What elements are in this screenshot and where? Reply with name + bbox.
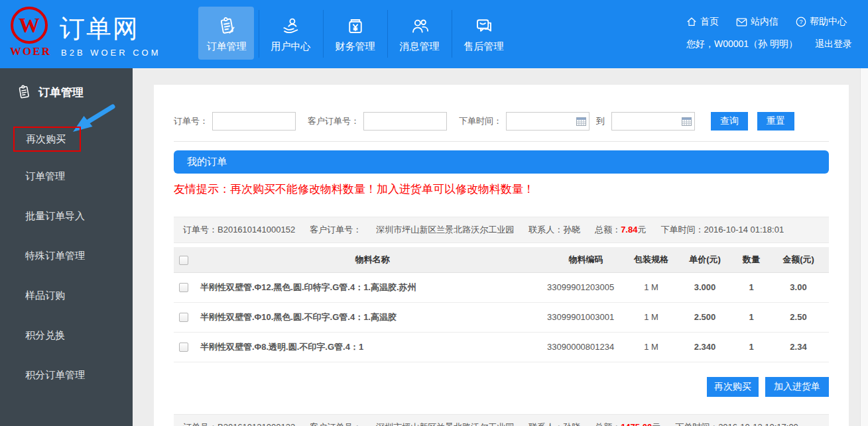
order-time-value: 2016-10-13 10:17:00 [718, 422, 798, 426]
unit-price: 2.500 [675, 302, 735, 332]
unit-price: 2.340 [675, 332, 735, 362]
nav-label: 售后管理 [464, 40, 504, 53]
order-management-icon [217, 16, 237, 36]
sidebar-item-buy-again[interactable]: 再次购买 [13, 127, 81, 152]
material-code: 33099901003001 [544, 302, 627, 332]
nav-finance-management[interactable]: 财务管理 [323, 0, 387, 68]
package-spec: 1 M [627, 332, 675, 362]
package-spec: 1 M [627, 272, 675, 302]
order-items-table: 物料名称 物料编码 包装规格 单价(元) 数量 金额(元) 半刚性双壁管.Φ12… [174, 247, 829, 362]
amount: 2.50 [768, 302, 829, 332]
calendar-icon[interactable] [682, 117, 692, 126]
site-mail-label: 站内信 [751, 16, 778, 28]
order-time-label: 下单时间： [660, 225, 704, 235]
mail-icon [736, 17, 747, 27]
nav-user-center[interactable]: 用户中心 [259, 0, 323, 68]
nav-label: 财务管理 [336, 40, 375, 53]
material-code: 33090000801234 [544, 332, 627, 362]
after-sales-icon [474, 16, 494, 36]
top-header: W WOER 订单网 B2B WOER COM 订单管理 [0, 0, 868, 68]
sidebar-item-batch-order-import[interactable]: 批量订单导入 [0, 196, 133, 236]
order-time-value: 2016-10-14 01:18:01 [704, 225, 784, 235]
nav-message-management[interactable]: 消息管理 [387, 0, 452, 68]
contact-label: 联系人： [528, 422, 563, 426]
header-package-spec: 包装规格 [627, 247, 675, 272]
buy-again-button[interactable]: 再次购买 [707, 377, 759, 397]
order-no-label: 订单号： [174, 115, 208, 127]
user-bar: 首页 站内信 ? 帮助中心 您好，W00001（孙 明明） 退出登录 [686, 0, 852, 50]
nav-order-management[interactable]: 订单管理 [194, 0, 259, 68]
panel-title: 我的订单 [187, 156, 227, 168]
reset-button[interactable]: 重置 [757, 112, 794, 131]
delivery-address: 深圳市坪山新区兰景北路沃尔工业园 [376, 224, 514, 236]
order-no-input[interactable] [212, 112, 296, 131]
add-to-purchase-list-button[interactable]: 加入进货单 [765, 377, 829, 397]
order-management-icon [16, 84, 32, 100]
total-label: 总额： [595, 225, 621, 235]
yuan-unit: 元 [652, 422, 660, 426]
nav-label: 消息管理 [400, 40, 440, 53]
order-no-label: 订单号： [183, 225, 217, 235]
quantity: 1 [735, 272, 768, 302]
sidebar-section-header: 订单管理 [0, 68, 133, 100]
header-material-code: 物料编码 [544, 247, 627, 272]
nav-label: 订单管理 [207, 40, 247, 53]
svg-text:?: ? [799, 19, 802, 25]
sidebar-item-order-management[interactable]: 订单管理 [0, 156, 133, 196]
material-name: 半刚性双壁管.Φ10.黑色.圆.不印字.G管.4：1.高温胶 [200, 302, 544, 332]
nav-label: 用户中心 [271, 40, 311, 53]
sidebar-item-points-exchange[interactable]: 积分兑换 [0, 315, 133, 355]
header-material-name: 物料名称 [200, 247, 544, 272]
delivery-address: 深圳市坪山新区兰景北路沃尔工业园 [376, 421, 514, 426]
order-block: 订单号：B201610141000152 客户订单号： 深圳市坪山新区兰景北路沃… [174, 217, 829, 426]
row-checkbox[interactable] [179, 313, 188, 322]
package-spec: 1 M [627, 302, 675, 332]
divider [174, 141, 829, 142]
logo-word: WOER [7, 45, 54, 58]
contact-label: 联系人： [528, 225, 563, 235]
header-amount: 金额(元) [768, 247, 829, 272]
logo-letter: W [19, 13, 40, 38]
total-value: 1475.00 [621, 422, 652, 426]
friendly-warning-text: 友情提示：再次购买不能修改物料数量！加入进货单可以修改物料数量！ [174, 182, 829, 197]
user-center-icon [281, 16, 301, 36]
site-title: 订单网 [60, 12, 139, 46]
yuan-unit: 元 [637, 225, 646, 235]
quantity: 1 [735, 302, 768, 332]
order-no-value: B201610131000133 [217, 422, 295, 426]
total-value: 7.84 [621, 225, 637, 235]
message-management-icon [410, 16, 430, 36]
order-no-value: B201610141000152 [217, 225, 295, 235]
contact-value: 孙晓 [563, 422, 580, 426]
finance-management-icon [345, 16, 365, 36]
sidebar-item-label: 再次购买 [26, 133, 66, 146]
row-checkbox[interactable] [179, 283, 188, 292]
order-search-form: 订单号： 客户订单号： 下单时间： 到 [174, 112, 829, 131]
logout-link[interactable]: 退出登录 [815, 38, 852, 50]
scrollbar[interactable] [860, 68, 868, 426]
order-time-label: 下单时间： [675, 422, 718, 426]
date-to-label: 到 [596, 115, 605, 127]
calendar-icon[interactable] [576, 117, 586, 126]
help-center-link[interactable]: ? 帮助中心 [796, 16, 847, 28]
sidebar-item-points-order-management[interactable]: 积分订单管理 [0, 355, 133, 395]
table-row: 半刚性双壁管.Φ12.黑色.圆.印特字.G管.4：1.高温胶.苏州 330999… [174, 272, 829, 302]
sidebar-item-sample-order[interactable]: 样品订购 [0, 276, 133, 315]
query-button[interactable]: 查询 [711, 112, 748, 131]
amount: 3.00 [768, 272, 829, 302]
amount: 2.34 [768, 332, 829, 362]
customer-order-no-input[interactable] [363, 112, 447, 131]
row-checkbox[interactable] [179, 343, 188, 352]
contact-value: 孙晓 [563, 225, 580, 235]
sidebar-title: 订单管理 [38, 85, 84, 100]
home-link[interactable]: 首页 [686, 16, 719, 28]
select-all-checkbox[interactable] [179, 256, 188, 265]
sidebar-item-special-order-management[interactable]: 特殊订单管理 [0, 236, 133, 276]
customer-order-no-label: 客户订单号： [308, 115, 359, 127]
help-center-label: 帮助中心 [810, 16, 847, 28]
site-mail-link[interactable]: 站内信 [736, 16, 778, 28]
top-nav: 订单管理 用户中心 财务管理 [194, 0, 516, 68]
table-row: 半刚性双壁管.Φ10.黑色.圆.不印字.G管.4：1.高温胶 330999010… [174, 302, 829, 332]
nav-after-sales[interactable]: 售后管理 [452, 0, 516, 68]
site-tagline: B2B WOER COM [61, 48, 161, 58]
